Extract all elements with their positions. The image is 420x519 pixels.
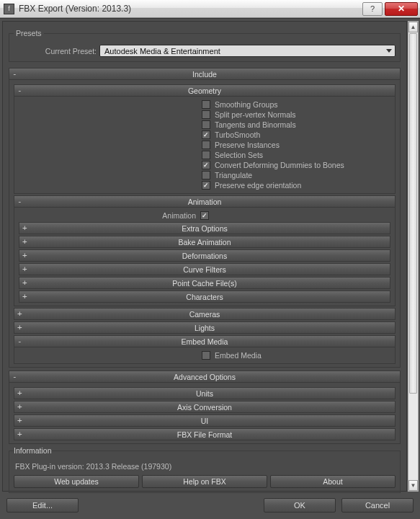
help-button[interactable]: ? [362,2,383,16]
section-title: UI [201,417,209,425]
section-characters[interactable]: +Characters [19,290,390,303]
checkbox-preserve-edge[interactable] [202,181,210,190]
collapse-icon: - [12,69,17,79]
checkbox-animation[interactable] [200,211,209,220]
title-bar: f FBX Export (Version: 2013.3) ? ✕ [0,0,420,18]
expand-icon: + [17,402,22,412]
scroll-down-icon[interactable]: ▼ [408,480,418,491]
about-button[interactable]: About [270,475,396,488]
section-geometry[interactable]: - Geometry [14,84,396,97]
expand-icon: + [17,416,22,425]
section-include[interactable]: - Include [9,68,401,80]
ok-button[interactable]: OK [264,498,336,513]
checkbox-smoothing[interactable] [202,100,210,109]
info-legend: Information [14,446,52,455]
label-preserve-edge: Preserve edge orientation [215,181,301,190]
window-title: FBX Export (Version: 2013.3) [19,4,131,14]
label-smoothing: Smoothing Groups [215,100,278,109]
edit-button[interactable]: Edit... [6,498,79,513]
label-split: Split per-vertex Normals [215,110,296,119]
section-lights[interactable]: +Lights [14,321,396,334]
section-axis[interactable]: +Axis Conversion [14,401,396,413]
section-title: Units [196,389,213,398]
section-title: Axis Conversion [177,403,232,412]
section-title: Deformations [182,252,227,260]
section-title: Bake Animation [179,238,231,247]
information-group: Information FBX Plug-in version: 2013.3 … [9,446,401,493]
scroll-area: Presets Current Preset: Autodesk Media &… [2,21,407,492]
label-selection: Selection Sets [215,151,263,159]
section-units[interactable]: +Units [14,387,396,399]
section-title: Lights [195,324,215,332]
section-title: Point Cache File(s) [172,279,236,288]
label-convert-dummies: Convert Deforming Dummies to Bones [215,161,344,169]
checkbox-preserve-instances[interactable] [202,141,210,149]
section-title: Animation [188,198,222,206]
chevron-down-icon [386,49,392,53]
checkbox-triangulate[interactable] [202,171,210,179]
expand-icon: + [17,309,22,319]
expand-icon: + [22,223,27,233]
label-embed: Embed Media [215,351,262,360]
section-title: Cameras [189,310,220,319]
section-bake-animation[interactable]: +Bake Animation [19,236,390,248]
checkbox-tangents[interactable] [202,120,210,129]
animation-label: Animation [29,211,196,220]
collapse-icon: - [17,197,22,206]
section-advanced[interactable]: - Advanced Options [9,371,401,383]
vertical-scrollbar[interactable]: ▲ ▼ [408,21,419,492]
app-icon: f [4,4,14,14]
section-title: Characters [186,293,223,301]
label-turbo: TurboSmooth [215,130,260,139]
collapse-icon: - [17,337,22,346]
label-tangents: Tangents and Binormals [215,120,296,129]
section-cameras[interactable]: +Cameras [14,308,396,320]
checkbox-embed-media[interactable] [202,351,210,360]
section-curve-filters[interactable]: +Curve Filters [19,263,390,275]
section-title: Geometry [188,86,221,95]
section-title: Embed Media [182,337,228,346]
section-title: Extra Options [182,224,228,233]
section-title: FBX File Format [177,430,232,439]
expand-icon: + [17,323,22,332]
expand-icon: + [22,251,27,260]
section-extra-options[interactable]: +Extra Options [19,222,390,234]
section-title: Include [192,70,217,79]
expand-icon: + [17,389,22,398]
section-point-cache[interactable]: +Point Cache File(s) [19,277,390,289]
collapse-icon: - [17,86,22,95]
section-fbx-format[interactable]: +FBX File Format [14,428,396,440]
section-title: Advanced Options [174,373,236,381]
preset-value: Autodesk Media & Entertainment [104,47,220,56]
current-preset-label: Current Preset: [14,47,97,56]
plugin-version-text: FBX Plug-in version: 2013.3 Release (197… [14,459,396,475]
presets-legend: Presets [14,29,44,37]
section-deformations[interactable]: +Deformations [19,249,390,262]
section-embed-media[interactable]: -Embed Media [14,335,396,347]
dialog-body: Presets Current Preset: Autodesk Media &… [0,18,420,519]
cancel-button[interactable]: Cancel [341,498,414,513]
collapse-icon: - [12,372,17,381]
expand-icon: + [22,265,27,274]
expand-icon: + [22,292,27,301]
scroll-thumb[interactable] [409,33,417,394]
expand-icon: + [22,237,27,247]
section-title: Curve Filters [183,265,226,274]
scroll-up-icon[interactable]: ▲ [408,22,418,32]
presets-group: Presets Current Preset: Autodesk Media &… [9,29,401,62]
close-button[interactable]: ✕ [385,2,418,16]
checkbox-convert-dummies[interactable] [202,161,210,169]
label-triangulate: Triangulate [215,171,252,179]
checkbox-split-normals[interactable] [202,110,210,119]
section-ui[interactable]: +UI [14,414,396,427]
expand-icon: + [17,430,22,439]
web-updates-button[interactable]: Web updates [14,475,139,488]
preset-dropdown[interactable]: Autodesk Media & Entertainment [99,45,396,57]
bottom-bar: Edit... OK Cancel [2,494,418,516]
expand-icon: + [22,278,27,288]
label-preserve-inst: Preserve Instances [215,141,280,149]
checkbox-selection-sets[interactable] [202,151,210,159]
help-on-fbx-button[interactable]: Help on FBX [142,475,267,488]
section-animation[interactable]: - Animation [14,195,396,208]
checkbox-turbosmooth[interactable] [202,130,210,139]
